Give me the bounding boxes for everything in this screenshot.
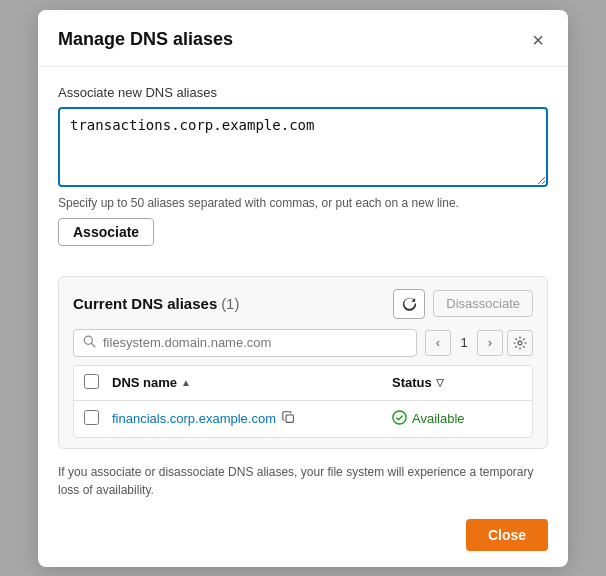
dns-name-cell: financials.corp.example.com — [112, 411, 392, 427]
modal-header: Manage DNS aliases × — [38, 10, 568, 67]
aliases-count: (1) — [221, 295, 239, 312]
aliases-actions: Disassociate — [393, 289, 533, 319]
search-pagination-row: ‹ 1 › — [73, 329, 533, 357]
settings-button[interactable] — [507, 330, 533, 356]
svg-point-2 — [518, 341, 522, 345]
disassociate-button[interactable]: Disassociate — [433, 290, 533, 317]
aliases-title: Current DNS aliases — [73, 295, 217, 312]
status-cell: Available — [392, 410, 522, 428]
associate-button[interactable]: Associate — [58, 218, 154, 246]
status-available-icon — [392, 410, 407, 428]
refresh-button[interactable] — [393, 289, 425, 319]
dns-name-value: financials.corp.example.com — [112, 411, 276, 426]
gear-icon — [513, 336, 527, 350]
current-aliases-section: Current DNS aliases (1) Disassociate — [58, 276, 548, 449]
pagination-row: ‹ 1 › — [425, 330, 533, 356]
associate-label: Associate new DNS aliases — [58, 85, 548, 100]
prev-page-button[interactable]: ‹ — [425, 330, 451, 356]
search-icon — [83, 335, 96, 351]
svg-point-4 — [393, 410, 406, 423]
row-checkbox[interactable] — [84, 410, 99, 425]
modal-close-button[interactable]: × — [528, 28, 548, 52]
table-row: financials.corp.example.com — [74, 401, 532, 437]
select-all-checkbox[interactable] — [84, 374, 99, 389]
dns-alias-textarea[interactable]: transactions.corp.example.com — [58, 107, 548, 187]
aliases-header: Current DNS aliases (1) Disassociate — [73, 289, 533, 319]
close-button[interactable]: Close — [466, 519, 548, 551]
next-page-button[interactable]: › — [477, 330, 503, 356]
modal-footer: Close — [38, 509, 568, 567]
svg-rect-3 — [286, 415, 293, 422]
header-checkbox-col — [84, 374, 112, 392]
status-header-label: Status — [392, 375, 432, 390]
dns-table: DNS name ▲ Status ▽ financials.corp.exam… — [73, 365, 533, 438]
status-sort-icon: ▽ — [436, 377, 444, 388]
search-input[interactable] — [103, 335, 407, 350]
associate-section: Associate new DNS aliases transactions.c… — [38, 67, 568, 262]
status-header: Status ▽ — [392, 375, 522, 390]
copy-icon[interactable] — [282, 411, 295, 427]
modal-title: Manage DNS aliases — [58, 29, 233, 50]
aliases-title-group: Current DNS aliases (1) — [73, 295, 239, 312]
refresh-icon — [402, 296, 417, 311]
search-box — [73, 329, 417, 357]
footer-note: If you associate or disassociate DNS ali… — [58, 463, 548, 499]
hint-text: Specify up to 50 aliases separated with … — [58, 196, 548, 210]
table-header: DNS name ▲ Status ▽ — [74, 366, 532, 401]
page-number: 1 — [455, 335, 473, 350]
dns-sort-icon: ▲ — [181, 377, 191, 388]
status-value: Available — [412, 411, 465, 426]
svg-line-1 — [92, 343, 95, 346]
dns-name-header-label: DNS name — [112, 375, 177, 390]
dns-name-header: DNS name ▲ — [112, 375, 392, 390]
manage-dns-modal: Manage DNS aliases × Associate new DNS a… — [38, 10, 568, 567]
row-checkbox-col — [84, 410, 112, 428]
